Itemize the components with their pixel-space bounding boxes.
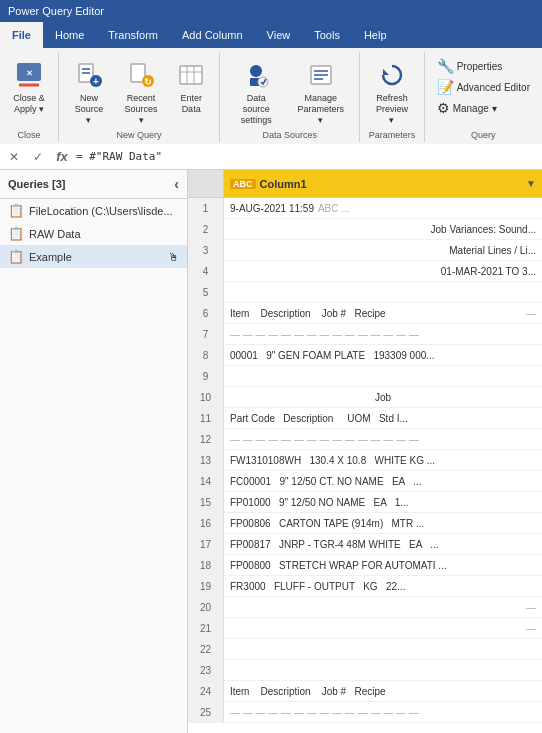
row-num: 10 xyxy=(188,387,224,407)
formula-confirm-btn[interactable]: ✓ xyxy=(28,147,48,167)
row-cell: FW1310108WH 130.4 X 10.8 WHITE KG ... xyxy=(224,450,542,470)
row-num: 2 xyxy=(188,219,224,239)
recent-sources-icon: ↻ xyxy=(125,59,157,91)
row-num: 21 xyxy=(188,618,224,638)
row-cell: — xyxy=(224,597,542,617)
table-row: 20 — xyxy=(188,597,542,618)
row-cell: FC00001 9" 12/50 CT. NO NAME EA ... xyxy=(224,471,542,491)
sidebar-item-filelocation[interactable]: 📋 FileLocation (C:\Users\lisde... xyxy=(0,199,187,222)
column1-header[interactable]: ABC Column1 ▼ xyxy=(224,178,542,190)
table-row: 11 Part Code Description UOM Std I... xyxy=(188,408,542,429)
main-area: Queries [3] ‹ 📋 FileLocation (C:\Users\l… xyxy=(0,170,542,733)
properties-label: Properties xyxy=(457,61,503,72)
table-row: 1 9-AUG-2021 11:59ABC ... xyxy=(188,198,542,219)
row-num: 4 xyxy=(188,261,224,281)
row-num: 12 xyxy=(188,429,224,449)
row-num: 23 xyxy=(188,660,224,680)
row-num: 15 xyxy=(188,492,224,512)
row-cell: Job xyxy=(224,387,542,407)
row-num: 3 xyxy=(188,240,224,260)
row-cell: — — — — — — — — — — — — — — — xyxy=(224,702,542,722)
table-row: 16 FP00806 CARTON TAPE (914m) MTR ... xyxy=(188,513,542,534)
enter-data-label: EnterData xyxy=(180,93,202,115)
recent-sources-button[interactable]: ↻ RecentSources ▾ xyxy=(115,56,167,128)
row-num: 7 xyxy=(188,324,224,344)
sidebar-title: Queries [3] xyxy=(8,178,65,190)
svg-text:+: + xyxy=(93,76,99,87)
row-num: 24 xyxy=(188,681,224,701)
data-source-settings-button[interactable]: Data sourcesettings xyxy=(226,56,286,128)
recent-sources-label: RecentSources ▾ xyxy=(122,93,160,125)
tab-transform[interactable]: Transform xyxy=(96,22,170,48)
table-row: 17 FP00817 JNRP - TGR-4 48M WHITE EA ... xyxy=(188,534,542,555)
advanced-editor-button[interactable]: 📝 Advanced Editor xyxy=(431,77,536,97)
table-row: 15 FP01000 9" 12/50 NO NAME EA 1... xyxy=(188,492,542,513)
row-num: 16 xyxy=(188,513,224,533)
rawdata-label: RAW Data xyxy=(29,228,179,240)
new-source-button[interactable]: + NewSource ▾ xyxy=(65,56,113,128)
refresh-preview-icon xyxy=(376,59,408,91)
manage-label: Manage ▾ xyxy=(453,103,497,114)
row-num: 20 xyxy=(188,597,224,617)
refresh-preview-button[interactable]: RefreshPreview ▾ xyxy=(366,56,417,128)
table-row: 2 Job Variances: Sound... xyxy=(188,219,542,240)
sidebar: Queries [3] ‹ 📋 FileLocation (C:\Users\l… xyxy=(0,170,188,733)
ribbon-group-parameters: RefreshPreview ▾ Parameters xyxy=(360,52,424,142)
row-num: 5 xyxy=(188,282,224,302)
manage-icon: ⚙ xyxy=(437,100,450,116)
example-icon: 📋 xyxy=(8,249,24,264)
row-cell: — — — — — — — — — — — — — — — xyxy=(224,324,542,344)
row-num: 9 xyxy=(188,366,224,386)
tab-help[interactable]: Help xyxy=(352,22,399,48)
svg-marker-22 xyxy=(383,69,389,75)
ribbon-group-close: ✕ Close &Apply ▾ Close xyxy=(0,52,59,142)
row-cell: 9-AUG-2021 11:59ABC ... xyxy=(224,198,542,218)
row-num: 6 xyxy=(188,303,224,323)
formula-fx-btn[interactable]: fx xyxy=(52,147,72,167)
row-num-header xyxy=(188,170,224,197)
row-num: 13 xyxy=(188,450,224,470)
svg-rect-11 xyxy=(180,66,202,84)
sidebar-item-example[interactable]: 📋 Example 🖱 xyxy=(0,245,187,268)
sidebar-item-rawdata[interactable]: 📋 RAW Data xyxy=(0,222,187,245)
manage-parameters-label: ManageParameters ▾ xyxy=(295,93,346,125)
row-cell: 01-MAR-2021 TO 3... xyxy=(224,261,542,281)
row-cell xyxy=(224,366,542,386)
sidebar-header: Queries [3] ‹ xyxy=(0,170,187,199)
tab-home[interactable]: Home xyxy=(43,22,96,48)
formula-input[interactable] xyxy=(76,150,538,163)
tab-file[interactable]: File xyxy=(0,22,43,48)
manage-button[interactable]: ⚙ Manage ▾ xyxy=(431,98,536,118)
advanced-editor-label: Advanced Editor xyxy=(457,82,530,93)
row-cell: FP00817 JNRP - TGR-4 48M WHITE EA ... xyxy=(224,534,542,554)
column-dropdown-btn[interactable]: ▼ xyxy=(526,178,536,189)
enter-data-icon xyxy=(175,59,207,91)
manage-parameters-button[interactable]: ManageParameters ▾ xyxy=(288,56,353,128)
row-num: 22 xyxy=(188,639,224,659)
sidebar-toggle[interactable]: ‹ xyxy=(174,176,179,192)
row-num: 14 xyxy=(188,471,224,491)
table-row: 4 01-MAR-2021 TO 3... xyxy=(188,261,542,282)
close-buttons: ✕ Close &Apply ▾ xyxy=(6,52,52,128)
table-row: 18 FP00800 STRETCH WRAP FOR AUTOMATI ... xyxy=(188,555,542,576)
row-cell: FP00806 CARTON TAPE (914m) MTR ... xyxy=(224,513,542,533)
svg-point-15 xyxy=(250,65,262,77)
data-table: 1 9-AUG-2021 11:59ABC ... 2 Job Variance… xyxy=(188,198,542,733)
formula-cancel-btn[interactable]: ✕ xyxy=(4,147,24,167)
row-num: 18 xyxy=(188,555,224,575)
table-row: 25 — — — — — — — — — — — — — — — xyxy=(188,702,542,723)
close-apply-button[interactable]: ✕ Close &Apply ▾ xyxy=(6,56,52,118)
properties-button[interactable]: 🔧 Properties xyxy=(431,56,536,76)
tab-tools[interactable]: Tools xyxy=(302,22,352,48)
column1-label: Column1 xyxy=(260,178,307,190)
query-btn-group: 🔧 Properties 📝 Advanced Editor ⚙ Manage … xyxy=(431,56,536,118)
svg-point-17 xyxy=(258,77,268,87)
svg-text:✕: ✕ xyxy=(26,69,33,78)
tab-add-column[interactable]: Add Column xyxy=(170,22,255,48)
tab-view[interactable]: View xyxy=(255,22,303,48)
ribbon-tabs: File Home Transform Add Column View Tool… xyxy=(0,22,542,48)
row-num: 19 xyxy=(188,576,224,596)
table-row: 22 xyxy=(188,639,542,660)
column-header-row: ABC Column1 ▼ xyxy=(188,170,542,198)
enter-data-button[interactable]: EnterData xyxy=(169,56,213,118)
